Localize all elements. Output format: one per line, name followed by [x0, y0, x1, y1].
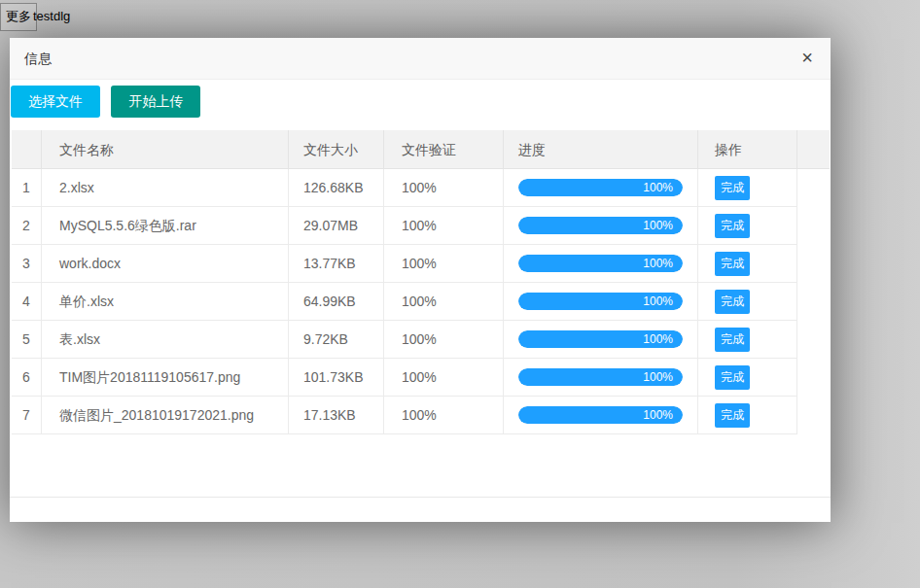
file-name-cell: work.docx: [42, 245, 289, 283]
action-cell: 完成: [698, 169, 797, 207]
row-index: 3: [12, 245, 42, 283]
file-size-cell: 126.68KB: [289, 169, 384, 207]
done-button[interactable]: 完成: [715, 252, 750, 276]
progress-bar: 100%: [518, 293, 683, 310]
row-index: 6: [12, 359, 42, 397]
file-size-cell: 13.77KB: [289, 245, 384, 283]
done-button[interactable]: 完成: [715, 365, 750, 390]
header-spacer: [797, 130, 830, 169]
progress-cell: 100%: [504, 283, 698, 321]
page: { "page": { "more_button_label": "更多", "…: [0, 0, 920, 588]
table-row: 2 MySQL5.5.6绿色版.rar 29.07MB 100% 100% 完成: [12, 207, 830, 245]
header-index: [12, 130, 42, 169]
upload-toolbar: 选择文件 开始上传: [10, 80, 831, 119]
progress-bar: 100%: [518, 217, 683, 234]
file-verify-cell: 100%: [384, 245, 504, 283]
progress-bar: 100%: [518, 330, 683, 348]
file-name-cell: 微信图片_20181019172021.png: [42, 397, 289, 434]
file-verify-cell: 100%: [384, 359, 504, 397]
header-verify: 文件验证: [384, 130, 504, 169]
file-table: 文件名称 文件大小 文件验证 进度 操作 1 2.xlsx 126.68KB 1…: [12, 130, 830, 434]
file-verify-cell: 100%: [384, 207, 504, 245]
row-index: 7: [12, 397, 42, 434]
header-action: 操作: [698, 130, 797, 169]
choose-file-button[interactable]: 选择文件: [11, 86, 100, 118]
file-name-cell: 表.xlsx: [42, 321, 289, 359]
file-name-cell: 2.xlsx: [42, 169, 289, 207]
table-row: 4 单价.xlsx 64.99KB 100% 100% 完成: [12, 283, 830, 321]
file-name-cell: 单价.xlsx: [42, 283, 289, 321]
row-index: 2: [12, 207, 42, 245]
progress-cell: 100%: [504, 169, 698, 207]
progress-track: 100%: [518, 330, 683, 348]
progress-cell: 100%: [504, 397, 698, 434]
row-index: 4: [12, 283, 42, 321]
progress-bar: 100%: [518, 255, 683, 272]
file-name-cell: TIM图片20181119105617.png: [42, 359, 289, 397]
header-file-size: 文件大小: [289, 130, 384, 169]
table-row: 5 表.xlsx 9.72KB 100% 100% 完成: [12, 321, 830, 359]
action-cell: 完成: [698, 245, 797, 283]
more-button[interactable]: 更多: [0, 3, 37, 31]
dialog-footer: [10, 497, 831, 522]
file-size-cell: 64.99KB: [289, 283, 384, 321]
dialog-title: 信息: [24, 51, 52, 66]
table-header-row: 文件名称 文件大小 文件验证 进度 操作: [12, 130, 830, 169]
table-row: 6 TIM图片20181119105617.png 101.73KB 100% …: [12, 359, 830, 397]
action-cell: 完成: [698, 283, 797, 321]
file-name-cell: MySQL5.5.6绿色版.rar: [42, 207, 289, 245]
done-button[interactable]: 完成: [715, 176, 750, 200]
dialog-header: 信息 ×: [10, 38, 831, 80]
progress-bar: 100%: [518, 406, 683, 424]
window-title: testdlg: [33, 9, 70, 23]
file-size-cell: 9.72KB: [289, 321, 384, 359]
action-cell: 完成: [698, 207, 797, 245]
upload-dialog: 信息 × 选择文件 开始上传 文件名称 文件大小 文件验证 进度 操作 1 2.…: [10, 38, 831, 522]
done-button[interactable]: 完成: [715, 403, 750, 428]
row-index: 1: [12, 169, 42, 207]
table-row: 1 2.xlsx 126.68KB 100% 100% 完成: [12, 169, 830, 207]
file-size-cell: 29.07MB: [289, 207, 384, 245]
header-progress: 进度: [504, 130, 698, 169]
file-verify-cell: 100%: [384, 169, 504, 207]
close-icon[interactable]: ×: [796, 38, 819, 79]
action-cell: 完成: [698, 397, 797, 434]
progress-cell: 100%: [504, 321, 698, 359]
progress-track: 100%: [518, 217, 683, 234]
progress-track: 100%: [518, 255, 683, 272]
progress-bar: 100%: [518, 368, 683, 386]
action-cell: 完成: [698, 321, 797, 359]
table-body: 1 2.xlsx 126.68KB 100% 100% 完成 2 MySQL5.…: [12, 169, 830, 434]
progress-cell: 100%: [504, 207, 698, 245]
done-button[interactable]: 完成: [715, 290, 750, 314]
header-file-name: 文件名称: [42, 130, 289, 169]
table-row: 7 微信图片_20181019172021.png 17.13KB 100% 1…: [12, 397, 830, 434]
progress-track: 100%: [518, 368, 683, 386]
progress-cell: 100%: [504, 245, 698, 283]
done-button[interactable]: 完成: [715, 214, 750, 238]
file-verify-cell: 100%: [384, 397, 504, 434]
progress-track: 100%: [518, 293, 683, 310]
file-size-cell: 17.13KB: [289, 397, 384, 434]
file-verify-cell: 100%: [384, 321, 504, 359]
progress-track: 100%: [518, 406, 683, 424]
progress-track: 100%: [518, 179, 683, 196]
progress-bar: 100%: [518, 179, 683, 196]
row-index: 5: [12, 321, 42, 359]
file-size-cell: 101.73KB: [289, 359, 384, 397]
file-verify-cell: 100%: [384, 283, 504, 321]
action-cell: 完成: [698, 359, 797, 397]
start-upload-button[interactable]: 开始上传: [111, 86, 200, 118]
done-button[interactable]: 完成: [715, 328, 750, 352]
progress-cell: 100%: [504, 359, 698, 397]
table-row: 3 work.docx 13.77KB 100% 100% 完成: [12, 245, 830, 283]
